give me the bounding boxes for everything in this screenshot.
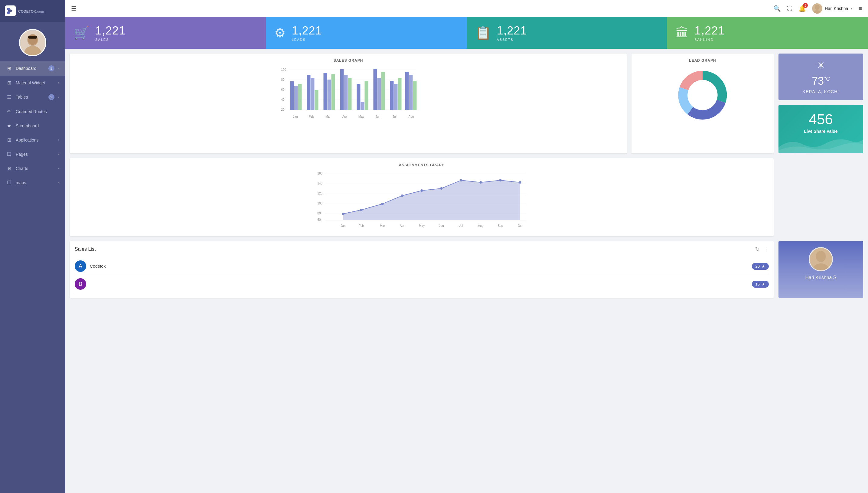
svg-text:Mar: Mar: [325, 115, 331, 118]
dashboard-icon: ⊞: [6, 66, 12, 71]
assets-label: ASSETS: [497, 38, 527, 41]
svg-text:20: 20: [281, 108, 285, 111]
svg-text:Oct: Oct: [518, 224, 523, 228]
sidebar-item-charts[interactable]: ⊕ Charts ›: [0, 161, 65, 175]
avatar: [19, 29, 46, 56]
sales-value: 1,221: [95, 24, 126, 37]
svg-rect-23: [298, 84, 302, 110]
sales-list-header: Sales List ↻ ⋮: [75, 246, 769, 253]
mid-right-spacer: [779, 158, 863, 236]
user-profile[interactable]: Hari Krishna ▾: [812, 3, 852, 14]
sidebar-item-tables[interactable]: ☰ Tables 2 ›: [0, 90, 65, 104]
chevron-down-icon: ›: [58, 67, 59, 70]
svg-point-53: [689, 81, 716, 109]
weather-location: KERALA, KOCHI: [803, 89, 839, 94]
svg-text:Jul: Jul: [393, 115, 396, 118]
sidebar-item-scrumboard[interactable]: ★ Scrumboard: [0, 119, 65, 133]
svg-point-71: [440, 187, 443, 190]
sidebar-item-maps[interactable]: ☐ maps ›: [0, 175, 65, 190]
sidebar-item-material-widget[interactable]: ⊞ Material Widget ›: [0, 76, 65, 90]
applications-icon: ⊞: [6, 137, 12, 143]
sidebar-item-guarded-routes[interactable]: ✏ Guarded Routes: [0, 104, 65, 119]
svg-text:Feb: Feb: [309, 115, 314, 118]
svg-point-69: [401, 194, 404, 197]
search-icon[interactable]: 🔍: [773, 5, 781, 12]
leads-icon: ⚙: [274, 25, 286, 40]
logo-icon: [5, 5, 16, 16]
topbar-menu-icon[interactable]: ≡: [858, 5, 862, 12]
right-panel: ☀ 73°C KERALA, KOCHI 456 Live Share Valu…: [779, 53, 863, 153]
svg-text:Aug: Aug: [478, 224, 484, 228]
fullscreen-icon[interactable]: ⛶: [787, 5, 793, 12]
assignments-graph-card: ASSIGNMENTS GRAPH 160 140 120 100 80 60: [70, 158, 774, 236]
sidebar-item-pages[interactable]: ☐ Pages ›: [0, 147, 65, 161]
sales-list-actions: ↻ ⋮: [755, 246, 769, 253]
codetok-name: Codetok: [90, 264, 748, 269]
guarded-routes-icon: ✏: [6, 109, 12, 114]
svg-point-72: [460, 179, 462, 181]
more-icon[interactable]: ⋮: [763, 246, 769, 253]
sidebar-item-label: Guarded Routes: [16, 109, 59, 114]
svg-rect-30: [340, 69, 344, 110]
user-avatar-section: [19, 22, 46, 61]
svg-point-70: [421, 189, 423, 192]
banking-value: 1,221: [694, 24, 725, 37]
stat-info-banking: 1,221 BANKING: [694, 24, 725, 41]
tables-icon: ☰: [6, 94, 12, 100]
stat-card-leads: ⚙ 1,221 LEADS: [266, 17, 466, 49]
sales-list-card: Sales List ↻ ⋮ A Codetok 20 ★ B: [70, 241, 774, 298]
svg-text:May: May: [419, 224, 425, 228]
svg-point-87: [816, 251, 826, 262]
notification-icon[interactable]: 🔔 3: [799, 5, 806, 12]
stat-info-assets: 1,221 ASSETS: [497, 24, 527, 41]
svg-text:Jan: Jan: [341, 224, 345, 228]
stat-card-assets: 📋 1,221 ASSETS: [466, 17, 668, 49]
svg-text:Jul: Jul: [459, 224, 463, 228]
banking-icon: 🏛: [676, 26, 688, 40]
svg-text:Feb: Feb: [359, 224, 364, 228]
leads-label: LEADS: [292, 38, 322, 41]
svg-rect-22: [294, 86, 298, 110]
sales-graph-title: SALES GRAPH: [75, 58, 622, 63]
lead-graph-svg: [636, 66, 769, 121]
svg-rect-37: [377, 78, 381, 110]
user-avatar: [812, 3, 822, 14]
svg-point-67: [360, 209, 363, 211]
item2-icon: B: [75, 278, 86, 290]
refresh-icon[interactable]: ↻: [755, 246, 760, 253]
svg-text:Aug: Aug: [409, 115, 414, 118]
item2-badge: 15 ★: [752, 281, 769, 287]
sidebar-item-label: Pages: [16, 152, 55, 157]
profile-avatar: [809, 247, 833, 271]
svg-text:120: 120: [318, 192, 323, 195]
svg-rect-28: [328, 80, 331, 110]
pages-icon: ☐: [6, 151, 12, 157]
svg-rect-43: [409, 75, 413, 110]
svg-rect-25: [311, 78, 314, 110]
maps-icon: ☐: [6, 180, 12, 186]
svg-rect-33: [357, 84, 361, 110]
sales-label: SALES: [95, 38, 126, 41]
svg-point-75: [519, 181, 521, 184]
sidebar-item-label: Scrumboard: [16, 123, 59, 128]
sidebar-item-applications[interactable]: ⊞ Applications ›: [0, 133, 65, 147]
menu-icon[interactable]: ☰: [71, 5, 77, 12]
sidebar-item-dashboard[interactable]: ⊞ Dashboard 1 ›: [0, 61, 65, 76]
svg-rect-36: [373, 69, 377, 110]
svg-rect-44: [413, 81, 417, 110]
chevron-down-icon: ›: [58, 81, 59, 84]
svg-text:160: 160: [318, 172, 323, 175]
stat-card-banking: 🏛 1,221 BANKING: [667, 17, 868, 49]
svg-text:100: 100: [281, 68, 286, 71]
svg-text:80: 80: [318, 212, 321, 215]
svg-text:Sep: Sep: [498, 224, 503, 228]
sales-list-title: Sales List: [75, 246, 95, 252]
svg-point-66: [342, 213, 345, 215]
svg-text:140: 140: [318, 182, 323, 185]
stat-info-sales: 1,221 SALES: [95, 24, 126, 41]
chevron-down-icon: ›: [58, 138, 59, 142]
svg-rect-39: [390, 81, 394, 110]
svg-point-9: [815, 4, 820, 10]
logo-area[interactable]: CODETOK.com: [0, 0, 65, 22]
top-charts-row: SALES GRAPH 100 80 60 40 20: [65, 49, 868, 158]
